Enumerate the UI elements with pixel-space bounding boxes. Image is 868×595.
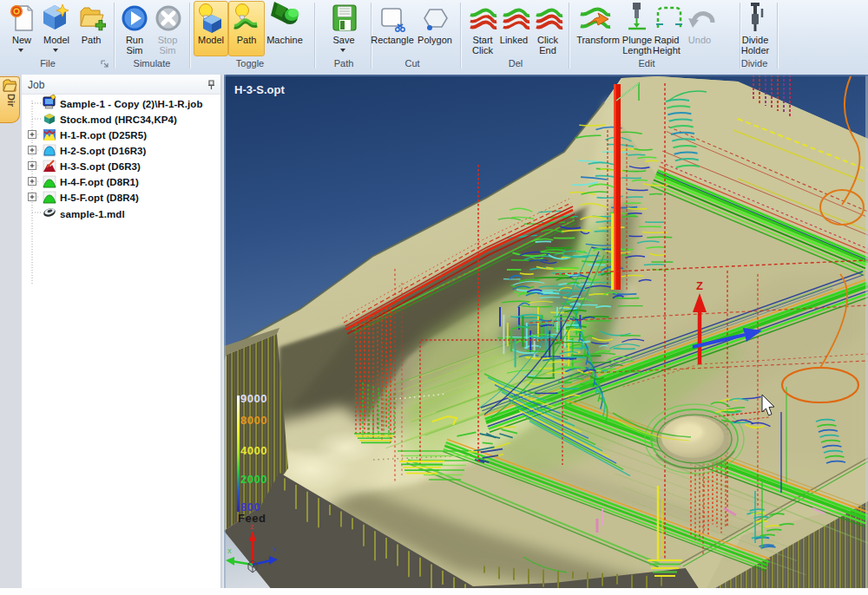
svg-text:4000: 4000 <box>240 444 267 457</box>
svg-text:Z: Z <box>250 524 254 530</box>
svg-text:9000: 9000 <box>240 392 267 405</box>
svg-text:8000: 8000 <box>240 414 267 427</box>
svg-text:X: X <box>227 548 232 554</box>
svg-text:Y: Y <box>273 546 277 552</box>
svg-text:Feed: Feed <box>238 512 266 525</box>
svg-text:Z: Z <box>696 279 703 292</box>
svg-text:H-3-S.opt: H-3-S.opt <box>234 83 285 96</box>
svg-text:2000: 2000 <box>240 473 267 486</box>
